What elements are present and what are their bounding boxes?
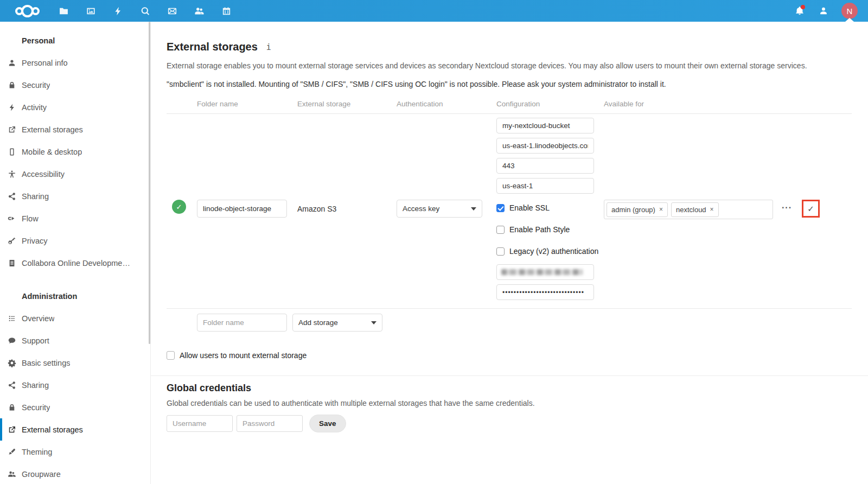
allow-users-checkbox[interactable]: Allow users to mount external storage (167, 351, 852, 360)
mail-icon[interactable] (158, 0, 186, 22)
confirm-storage-button[interactable]: ✓ (802, 200, 820, 218)
sidebar-item-label: Support (16, 336, 49, 345)
folder-name-input[interactable] (197, 200, 287, 218)
sidebar-item-label: Privacy (16, 237, 48, 245)
column-folder-name: Folder name (197, 100, 297, 108)
access-key-input-redacted[interactable] (496, 264, 594, 280)
column-available-for: Available for (604, 100, 852, 108)
flow-icon (8, 214, 16, 223)
global-credentials-description: Global credentials can be used to authen… (167, 399, 852, 407)
storage-status-ok-badge: ✓ (172, 200, 186, 214)
legacy-auth-checkbox[interactable]: Legacy (v2) authentication (496, 246, 604, 257)
sidebar-item-label: Security (16, 403, 50, 412)
sidebar-section-personal: Personal (0, 29, 150, 52)
photos-icon[interactable] (77, 0, 104, 22)
sidebar-item-mobile-desktop[interactable]: Mobile & desktop (0, 141, 150, 163)
sidebar-item-theming[interactable]: Theming (0, 441, 150, 463)
nextcloud-logo[interactable] (4, 5, 50, 17)
checkbox-box[interactable] (496, 226, 505, 234)
sidebar-item-basic-settings[interactable]: Basic settings (0, 352, 150, 374)
accessibility-icon (8, 170, 16, 179)
talk-icon[interactable] (131, 0, 158, 22)
column-external-storage: External storage (297, 100, 397, 108)
lock-icon (8, 403, 16, 412)
hostname-input[interactable] (496, 138, 594, 154)
enable-path-style-checkbox[interactable]: Enable Path Style (496, 224, 604, 235)
configuration-cell: Enable SSL Enable Path Style Legacy (v2)… (496, 118, 604, 304)
notifications-bell-icon[interactable] (788, 0, 812, 22)
sidebar-item-label: Collabora Online Development Edit... (16, 259, 133, 268)
sidebar-item-label: Sharing (16, 192, 49, 201)
sidebar-item-label: Overview (16, 314, 54, 323)
global-credentials-title: Global credentials (167, 383, 852, 394)
add-storage-select[interactable]: Add storage (292, 314, 382, 332)
files-icon[interactable] (50, 0, 77, 22)
external-link-icon (8, 425, 16, 434)
external-storage-type: Amazon S3 (297, 200, 397, 213)
sidebar-item-collabora[interactable]: Collabora Online Development Edit... (0, 252, 150, 274)
sidebar-item-accessibility[interactable]: Accessibility (0, 163, 150, 185)
sidebar-item-label: Basic settings (16, 359, 70, 367)
people-icon (8, 470, 16, 479)
speech-bubble-icon (8, 336, 16, 345)
password-field[interactable] (237, 415, 303, 432)
activity-icon[interactable] (104, 0, 131, 22)
smbclient-warning: "smbclient" is not installed. Mounting o… (167, 80, 852, 88)
settings-sidebar: Personal Personal info Security Activity… (0, 22, 151, 484)
sidebar-item-privacy[interactable]: Privacy (0, 230, 150, 252)
row-options-menu[interactable]: ··· (782, 203, 792, 213)
port-input[interactable] (496, 158, 594, 174)
remove-chip-icon[interactable]: × (710, 206, 714, 213)
enable-ssl-checkbox[interactable]: Enable SSL (496, 202, 604, 213)
add-storage-selected-value: Add storage (298, 319, 338, 327)
checkbox-label: Enable SSL (509, 203, 550, 212)
sidebar-item-security-admin[interactable]: Security (0, 396, 150, 418)
sidebar-item-label: Activity (16, 103, 47, 112)
checkbox-box[interactable] (496, 204, 505, 212)
sidebar-item-groupware[interactable]: Groupware (0, 463, 150, 484)
authentication-select[interactable]: Access key (397, 200, 482, 218)
calendar-icon[interactable] (213, 0, 240, 22)
bucket-input[interactable] (496, 118, 594, 133)
user-menu[interactable]: N (835, 0, 864, 22)
sidebar-item-sharing-personal[interactable]: Sharing (0, 185, 150, 207)
key-icon (8, 237, 16, 245)
checkbox-box[interactable] (167, 351, 175, 360)
info-icon[interactable]: i (266, 42, 271, 52)
available-for-input[interactable]: admin (group) × nextcloud × (604, 200, 773, 219)
sidebar-item-label: External storages (16, 125, 83, 134)
sidebar-item-sharing-admin[interactable]: Sharing (0, 374, 150, 396)
save-button[interactable]: Save (309, 415, 346, 432)
sidebar-item-overview[interactable]: Overview (0, 307, 150, 329)
sidebar-item-label: Theming (16, 448, 52, 456)
topbar-right-controls: N (788, 0, 864, 22)
checkbox-box[interactable] (496, 247, 505, 256)
sidebar-scrollbar[interactable] (149, 22, 150, 344)
authentication-selected-value: Access key (403, 205, 439, 213)
sidebar-item-label: Flow (16, 214, 39, 223)
share-icon (8, 381, 16, 390)
sidebar-item-personal-info[interactable]: Personal info (0, 52, 150, 74)
avatar[interactable]: N (841, 3, 858, 19)
sidebar-item-label: External storages (16, 425, 83, 434)
redacted-value (501, 269, 583, 275)
sidebar-item-external-storages-personal[interactable]: External storages (0, 118, 150, 141)
sidebar-item-support[interactable]: Support (0, 329, 150, 352)
sidebar-item-security-personal[interactable]: Security (0, 74, 150, 96)
column-authentication: Authentication (397, 100, 496, 108)
contacts-menu-icon[interactable] (812, 0, 835, 22)
secret-key-input[interactable] (496, 284, 594, 300)
remove-chip-icon[interactable]: × (659, 206, 663, 213)
sidebar-item-external-storages-admin[interactable]: External storages (0, 418, 150, 441)
sidebar-item-flow[interactable]: Flow (0, 207, 150, 230)
username-field[interactable] (167, 415, 233, 432)
sidebar-item-activity[interactable]: Activity (0, 96, 150, 118)
region-input[interactable] (496, 178, 594, 194)
sidebar-item-label: Personal info (16, 59, 68, 67)
chip-label: nextcloud (676, 206, 706, 214)
contacts-icon[interactable] (186, 0, 213, 22)
new-folder-name-input[interactable] (197, 314, 287, 332)
top-navigation-bar: N (0, 0, 868, 22)
phone-icon (8, 148, 16, 156)
sidebar-item-label: Mobile & desktop (16, 148, 82, 156)
